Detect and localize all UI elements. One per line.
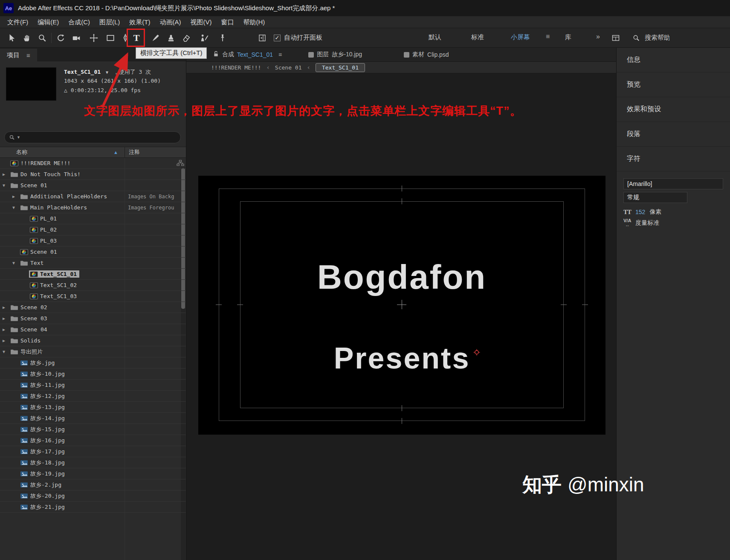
tab-project[interactable]: 项目 ≡ bbox=[0, 49, 37, 61]
breadcrumb-parent[interactable]: Scene 01 bbox=[275, 64, 302, 71]
pan-behind-tool-button[interactable] bbox=[87, 30, 101, 46]
project-item-row[interactable]: 故乡-17.jpg bbox=[0, 446, 186, 457]
clone-stamp-tool-button[interactable] bbox=[164, 30, 178, 46]
project-item-row[interactable]: 故乡.jpg bbox=[0, 357, 186, 368]
project-item-row[interactable]: 故乡-18.jpg bbox=[0, 457, 186, 468]
menu-item[interactable]: 窗口 bbox=[216, 16, 238, 28]
project-item-row[interactable]: 故乡-16.jpg bbox=[0, 435, 186, 446]
project-item-row[interactable]: Additional PlaceHolders Images On Backg bbox=[0, 191, 186, 202]
brush-tool-button[interactable] bbox=[148, 30, 163, 46]
expand-toggle-icon[interactable] bbox=[3, 172, 9, 177]
composition-canvas[interactable]: Bogdafon Presents bbox=[198, 176, 605, 435]
overflow-chevrons-icon[interactable]: » bbox=[596, 33, 600, 41]
menu-item[interactable]: 视图(V) bbox=[185, 16, 216, 28]
right-panel-tab[interactable]: 段落 bbox=[617, 122, 730, 147]
right-panel-tab[interactable]: 信息 bbox=[617, 48, 730, 73]
menu-item[interactable]: 图层(L) bbox=[95, 16, 125, 28]
workspace-default[interactable]: 默认 bbox=[429, 33, 441, 41]
breadcrumb-current[interactable]: Text_SC1_01 bbox=[316, 63, 365, 72]
menu-item[interactable]: 合成(C) bbox=[64, 16, 95, 28]
auto-open-checkbox[interactable]: ✓ bbox=[274, 35, 281, 41]
expand-toggle-icon[interactable] bbox=[3, 338, 9, 343]
project-item-row[interactable]: Solids bbox=[0, 335, 186, 346]
project-item-row[interactable]: 故乡-10.jpg bbox=[0, 368, 186, 380]
tab-layer[interactable]: 图层 故乡-10.jpg bbox=[308, 51, 362, 58]
tab-composition[interactable]: 合成 Text_SC1_01 ≡ bbox=[222, 51, 282, 58]
project-item-row[interactable]: 故乡-12.jpg bbox=[0, 391, 186, 402]
preview-dropdown-icon[interactable]: ▼ bbox=[106, 70, 108, 75]
viewer-menu-icon[interactable]: ≡ bbox=[278, 51, 282, 58]
expand-toggle-icon[interactable] bbox=[12, 205, 19, 210]
expand-toggle-icon[interactable] bbox=[3, 349, 9, 354]
menu-item[interactable]: 动画(A) bbox=[155, 16, 185, 28]
expand-toggle-icon[interactable] bbox=[12, 194, 19, 199]
expand-toggle-icon[interactable] bbox=[3, 183, 9, 188]
zoom-tool-button[interactable] bbox=[35, 30, 49, 46]
menu-item[interactable]: 帮助(H) bbox=[238, 16, 269, 28]
panel-grid-icon[interactable] bbox=[611, 33, 621, 43]
project-item-row[interactable]: 故乡-15.jpg bbox=[0, 424, 186, 435]
column-comment[interactable]: 注释 bbox=[129, 148, 140, 156]
hand-tool-button[interactable] bbox=[20, 30, 34, 46]
kerning-value[interactable]: 度量标准 bbox=[635, 219, 659, 227]
search-help-field[interactable]: 搜索帮助 bbox=[645, 34, 669, 42]
search-input[interactable]: ▼ bbox=[4, 131, 181, 143]
project-item-row[interactable]: Scene 01 bbox=[0, 180, 186, 191]
project-item-row[interactable]: Text_SC1_03 bbox=[0, 291, 186, 302]
project-item-row[interactable]: PL_01 bbox=[0, 213, 186, 224]
search-help-icon[interactable] bbox=[631, 33, 641, 43]
expand-toggle-icon[interactable] bbox=[3, 305, 9, 310]
lock-icon[interactable] bbox=[213, 51, 219, 59]
project-item-row[interactable]: 故乡-11.jpg bbox=[0, 380, 186, 391]
project-item-row[interactable]: PL_03 bbox=[0, 235, 186, 247]
open-panel-icon[interactable] bbox=[256, 32, 269, 44]
project-item-row[interactable]: Scene 04 bbox=[0, 324, 186, 335]
project-item-row[interactable]: 故乡-14.jpg bbox=[0, 413, 186, 424]
project-item-row[interactable]: !!!RENDER ME!!! bbox=[0, 158, 186, 169]
project-item-row[interactable]: 故乡-21.jpg bbox=[0, 502, 186, 513]
menu-item[interactable]: 效果(T) bbox=[125, 16, 155, 28]
roto-brush-tool-button[interactable] bbox=[197, 30, 211, 46]
menu-item[interactable]: 编辑(E) bbox=[33, 16, 64, 28]
project-item-row[interactable]: Text_SC1_02 bbox=[0, 280, 186, 291]
workspace-small-screen[interactable]: 小屏幕 bbox=[511, 33, 530, 41]
breadcrumb-root[interactable]: !!!RENDER ME!!! bbox=[211, 64, 261, 71]
expand-toggle-icon[interactable] bbox=[3, 316, 9, 321]
project-item-row[interactable]: 导出照片 bbox=[0, 346, 186, 357]
project-item-row[interactable]: 故乡-2.jpg bbox=[0, 479, 186, 490]
camera-tool-button[interactable] bbox=[69, 30, 84, 46]
project-item-row[interactable]: 故乡-13.jpg bbox=[0, 402, 186, 413]
auto-open-label[interactable]: 自动打开面板 bbox=[284, 34, 322, 42]
font-family-select[interactable]: [Amarillo] bbox=[623, 178, 723, 189]
project-item-row[interactable]: Do Not Touch This! bbox=[0, 169, 186, 180]
rotation-tool-button[interactable] bbox=[54, 30, 68, 46]
search-scope-caret-icon[interactable]: ▼ bbox=[17, 135, 20, 139]
menu-item[interactable]: 文件(F) bbox=[3, 16, 33, 28]
library-button[interactable]: 库 bbox=[565, 33, 571, 41]
font-style-select[interactable]: 常规 bbox=[623, 192, 687, 203]
project-item-row[interactable]: 故乡-19.jpg bbox=[0, 468, 186, 479]
tab-footage[interactable]: 素材 Clip.psd bbox=[404, 51, 449, 58]
workspace-standard[interactable]: 标准 bbox=[471, 33, 484, 41]
project-item-row[interactable]: Scene 03 bbox=[0, 313, 186, 324]
project-item-row[interactable]: Text_SC1_01 bbox=[0, 269, 186, 280]
text-layer-line1[interactable]: Bogdafon bbox=[198, 258, 605, 297]
project-item-row[interactable]: Scene 02 bbox=[0, 302, 186, 313]
right-panel-tab[interactable]: 效果和预设 bbox=[617, 97, 730, 122]
column-name[interactable]: 名称 bbox=[16, 148, 27, 156]
eraser-tool-button[interactable] bbox=[179, 30, 194, 46]
right-panel-tab[interactable]: 预览 bbox=[617, 73, 730, 97]
selection-tool-button[interactable] bbox=[4, 30, 19, 46]
project-item-row[interactable]: 故乡-20.jpg bbox=[0, 490, 186, 502]
font-size-value[interactable]: 152 bbox=[635, 209, 645, 215]
expand-toggle-icon[interactable] bbox=[3, 327, 9, 332]
shape-tool-button[interactable] bbox=[103, 30, 118, 46]
project-item-row[interactable]: Scene 01 bbox=[0, 247, 186, 258]
project-item-row[interactable]: PL_02 bbox=[0, 224, 186, 235]
panel-menu-icon[interactable]: ≡ bbox=[26, 52, 30, 59]
text-layer-line2[interactable]: Presents bbox=[198, 341, 605, 375]
puppet-pin-tool-button[interactable] bbox=[215, 30, 230, 46]
project-item-row[interactable]: Main PlaceHolders Images Foregrou bbox=[0, 202, 186, 213]
right-panel-tab[interactable]: 字符 bbox=[617, 147, 730, 171]
workspace-menu-icon[interactable]: ≡ bbox=[546, 33, 550, 41]
